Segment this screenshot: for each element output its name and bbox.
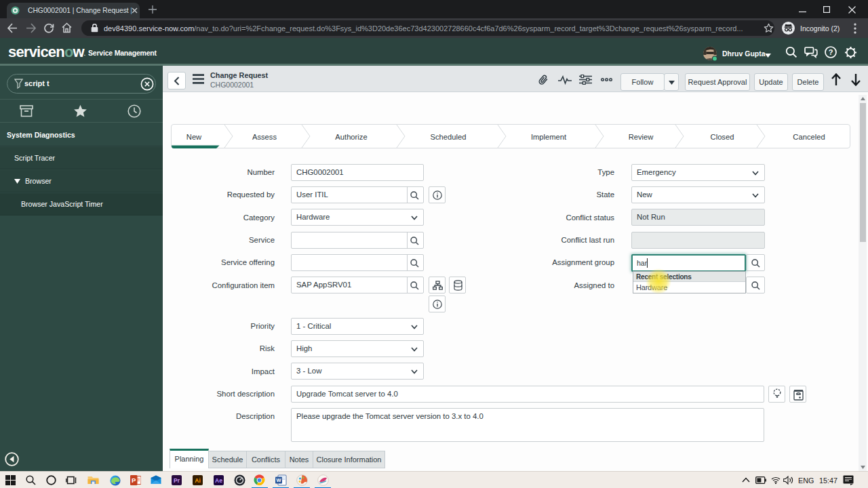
- svg-text:New: New: [186, 133, 202, 141]
- svg-text:Review: Review: [629, 133, 654, 141]
- svg-text:Implement: Implement: [531, 133, 567, 141]
- svg-text:Assess: Assess: [252, 133, 277, 141]
- svg-text:Ae: Ae: [215, 477, 222, 484]
- svg-text:W: W: [276, 477, 281, 483]
- svg-text:?: ?: [829, 48, 833, 56]
- svg-text:Authorize: Authorize: [335, 133, 367, 141]
- svg-text:Scheduled: Scheduled: [431, 133, 467, 141]
- svg-text:P: P: [132, 476, 136, 484]
- svg-text:Closed: Closed: [711, 133, 734, 141]
- svg-text:Pr: Pr: [174, 477, 180, 484]
- svg-text:Canceled: Canceled: [793, 133, 825, 141]
- svg-text:Ai: Ai: [195, 477, 201, 484]
